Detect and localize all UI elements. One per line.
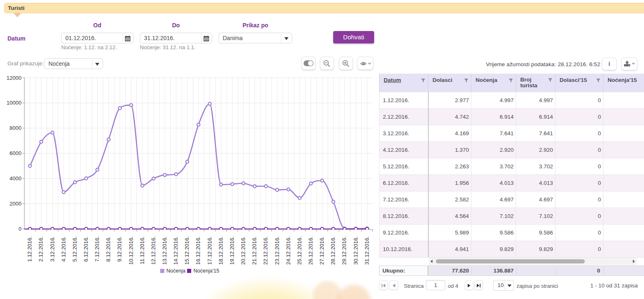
svg-text:25.12.2016.: 25.12.2016. — [296, 237, 303, 265]
svg-text:17.12.2016.: 17.12.2016. — [207, 237, 213, 265]
svg-text:10000: 10000 — [7, 100, 22, 106]
svg-text:20.12.2016.: 20.12.2016. — [240, 237, 246, 265]
svg-text:4.12.2016.: 4.12.2016. — [60, 237, 67, 262]
svg-text:14.12.2016.: 14.12.2016. — [173, 237, 179, 265]
svg-text:10.12.2016.: 10.12.2016. — [128, 237, 134, 265]
svg-text:12.12.2016.: 12.12.2016. — [150, 237, 156, 265]
svg-text:28.12.2016.: 28.12.2016. — [330, 237, 336, 265]
svg-text:15.12.2016.: 15.12.2016. — [184, 237, 190, 265]
svg-text:3.12.2016.: 3.12.2016. — [49, 237, 55, 262]
svg-text:6.12.2016.: 6.12.2016. — [83, 237, 89, 262]
svg-text:7.12.2016.: 7.12.2016. — [94, 237, 100, 262]
svg-text:8.12.2016.: 8.12.2016. — [105, 237, 111, 262]
svg-text:Noćenja: Noćenja — [166, 268, 185, 274]
svg-text:22.12.2016.: 22.12.2016. — [262, 237, 269, 265]
svg-text:26.12.2016.: 26.12.2016. — [308, 237, 314, 265]
svg-text:5.12.2016.: 5.12.2016. — [72, 237, 78, 262]
svg-text:11.12.2016.: 11.12.2016. — [139, 237, 145, 265]
svg-text:Noćenja'15: Noćenja'15 — [194, 268, 219, 274]
svg-text:30.12.2016.: 30.12.2016. — [353, 237, 359, 265]
svg-text:24.12.2016.: 24.12.2016. — [285, 237, 291, 265]
svg-text:9.12.2016.: 9.12.2016. — [117, 237, 123, 262]
svg-text:1.12.2016.: 1.12.2016. — [26, 237, 33, 262]
svg-text:8000: 8000 — [10, 125, 22, 131]
svg-text:13.12.2016.: 13.12.2016. — [161, 237, 168, 265]
svg-text:18.12.2016.: 18.12.2016. — [218, 237, 224, 265]
svg-text:19.12.2016.: 19.12.2016. — [229, 237, 235, 265]
svg-text:16.12.2016.: 16.12.2016. — [195, 237, 202, 265]
svg-text:23.12.2016.: 23.12.2016. — [274, 237, 280, 265]
svg-text:12000: 12000 — [7, 75, 22, 81]
svg-text:29.12.2016.: 29.12.2016. — [341, 237, 348, 265]
svg-text:2000: 2000 — [10, 201, 22, 207]
svg-text:31.12.2016.: 31.12.2016. — [364, 237, 370, 265]
svg-text:21.12.2016.: 21.12.2016. — [251, 237, 257, 265]
svg-text:6000: 6000 — [10, 150, 22, 156]
svg-text:0: 0 — [19, 226, 22, 232]
svg-text:2.12.2016.: 2.12.2016. — [38, 237, 44, 262]
svg-text:4000: 4000 — [10, 175, 22, 182]
svg-text:27.12.2016.: 27.12.2016. — [319, 237, 325, 265]
